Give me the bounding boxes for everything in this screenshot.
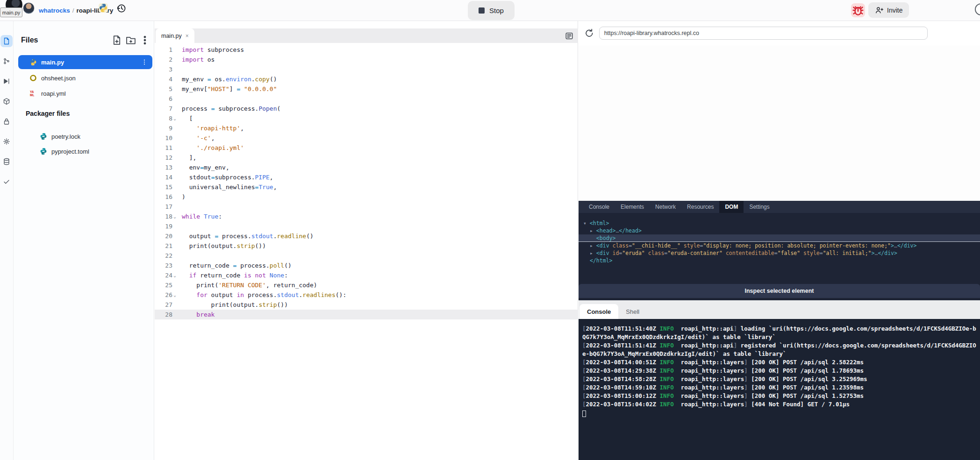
code-line-18[interactable]: 18⌄while True: (155, 212, 578, 221)
line-number: 16 (155, 192, 172, 202)
code-line-25[interactable]: 25 print('RETURN CODE', return_code) (155, 280, 578, 290)
code-line-21[interactable]: 21 print(output.strip()) (155, 241, 578, 251)
code-line-26[interactable]: 26⌄ for output in process.stdout.readlin… (155, 290, 578, 300)
dom-node-row[interactable]: ▸ <div id="eruda" class="eruda-container… (579, 249, 980, 257)
url-input[interactable] (599, 27, 928, 40)
code-line-2[interactable]: 2import os (155, 55, 578, 64)
new-file-icon[interactable] (112, 35, 122, 45)
line-number: 1 (155, 45, 172, 55)
stop-button[interactable]: Stop (468, 1, 515, 20)
rail-packages-icon[interactable] (0, 95, 13, 107)
rail-checklist-icon[interactable] (0, 176, 13, 188)
code-text: [ (182, 113, 193, 123)
presence-avatar[interactable] (975, 3, 980, 15)
code-line-14[interactable]: 14 stdout=subprocess.PIPE, (155, 172, 578, 182)
devtools-tab-console[interactable]: Console (583, 201, 615, 213)
file-row-ohsheet.json[interactable]: ohsheet.json (18, 71, 152, 85)
devtools-tab-elements[interactable]: Elements (615, 201, 650, 213)
fold-arrow-icon[interactable]: ⌄ (173, 270, 179, 280)
code-line-23[interactable]: 23 return_code = process.poll() (155, 261, 578, 270)
tab-main-py[interactable]: main.py × (156, 28, 194, 43)
code-line-11[interactable]: 11 './roapi.yml' (155, 143, 578, 153)
user-avatar[interactable] (23, 2, 35, 14)
line-number: 8 (155, 113, 172, 123)
console-log-line: [2022-03-08T11:51:41Z INFO roapi_http::a… (582, 341, 976, 358)
devtools-tab-dom[interactable]: DOM (719, 201, 744, 213)
line-number: 22 (155, 251, 172, 261)
rail-files-icon[interactable] (0, 35, 13, 47)
code-line-6[interactable]: 6 (155, 94, 578, 104)
devtools-icon[interactable] (945, 28, 955, 38)
code-line-16[interactable]: 16) (155, 192, 578, 202)
line-number: 23 (155, 261, 172, 270)
code-text: while True: (182, 212, 222, 221)
code-text: my_env = os.environ.copy() (182, 74, 277, 84)
fold-arrow-icon[interactable]: ⌄ (173, 212, 179, 221)
code-area[interactable]: 1import subprocess2import os34my_env = o… (155, 45, 578, 319)
fold-arrow-icon[interactable]: ⌄ (173, 113, 179, 123)
rail-version-control-icon[interactable] (0, 55, 13, 67)
code-line-24[interactable]: 24⌄ if return_code is not None: (155, 270, 578, 280)
rail-database-icon[interactable] (0, 156, 13, 168)
code-line-10[interactable]: 10 '-c', (155, 133, 578, 143)
fold-arrow-icon[interactable]: ⌄ (173, 290, 179, 300)
browser-viewport[interactable] (579, 45, 980, 201)
file-tooltip: main.py (0, 7, 22, 17)
code-line-5[interactable]: 5my_env["HOST"] = "0.0.0.0" (155, 84, 578, 94)
console-log-line: [2022-03-08T15:04:02Z INFO roapi_http::l… (582, 400, 976, 409)
console-panel-tab-shell[interactable]: Shell (618, 304, 647, 319)
refresh-icon[interactable] (584, 28, 594, 38)
file-row-pyproject.toml[interactable]: pyproject.toml (18, 144, 152, 158)
dom-tree[interactable]: ▾ <html>▸ <head>…</head> <body>▸ <div cl… (579, 213, 980, 264)
code-line-28[interactable]: 28 break (155, 310, 578, 319)
dom-node-row[interactable]: ▸ <div class="__chii-hide__" style="disp… (579, 242, 980, 249)
line-number: 3 (155, 64, 172, 74)
code-text: universal_newlines=True, (182, 182, 277, 192)
files-menu-kebab-icon[interactable] (140, 35, 150, 45)
code-line-17[interactable]: 17 (155, 202, 578, 212)
code-line-22[interactable]: 22 (155, 251, 578, 261)
invite-button[interactable]: Invite (868, 2, 909, 18)
dom-node-row[interactable]: ▸ <head>…</head> (579, 227, 980, 234)
rail-run-config-icon[interactable] (0, 75, 13, 87)
rail-settings-gear-icon[interactable] (0, 135, 13, 148)
editor-layout-icon[interactable] (565, 32, 573, 40)
code-line-19[interactable]: 19 (155, 221, 578, 231)
code-line-1[interactable]: 1import subprocess (155, 45, 578, 55)
file-kebab-icon[interactable] (141, 59, 148, 65)
code-line-13[interactable]: 13 env=my_env, (155, 163, 578, 172)
code-text: './roapi.yml' (182, 143, 244, 153)
dom-node-row[interactable]: </html> (579, 257, 980, 264)
close-webview-icon[interactable] (971, 28, 980, 38)
code-line-3[interactable]: 3 (155, 64, 578, 74)
inspect-selected-element-button[interactable]: Inspect selected element (579, 284, 980, 298)
code-line-27[interactable]: 27 print(output.strip()) (155, 300, 578, 310)
code-line-12[interactable]: 12 ], (155, 153, 578, 163)
dom-node-row[interactable]: ▾ <html> (579, 219, 980, 227)
console-panel-tab-console[interactable]: Console (579, 304, 618, 319)
line-number: 11 (155, 143, 172, 153)
edit-pencil-icon[interactable] (932, 28, 941, 38)
new-folder-icon[interactable] (126, 35, 136, 45)
file-row-main.py[interactable]: main.py (18, 55, 152, 69)
breadcrumb-username[interactable]: whatrocks (39, 7, 70, 14)
devtools-tab-resources[interactable]: Resources (681, 201, 719, 213)
code-line-4[interactable]: 4my_env = os.environ.copy() (155, 74, 578, 84)
code-line-9[interactable]: 9 'roapi-http', (155, 123, 578, 133)
code-line-8[interactable]: 8⌄ [ (155, 113, 578, 123)
file-row-poetry.lock[interactable]: poetry.lock (18, 129, 152, 143)
rail-secrets-lock-icon[interactable] (0, 115, 13, 127)
devtools-tab-network[interactable]: Network (650, 201, 681, 213)
report-bug-button[interactable] (851, 3, 865, 17)
console-output[interactable]: [2022-03-08T11:51:40Z INFO roapi_http::a… (579, 319, 980, 460)
dom-node-row[interactable]: <body> (579, 234, 980, 242)
code-line-20[interactable]: 20 output = process.stdout.readline() (155, 231, 578, 241)
file-row-roapi.yml[interactable]: YAMLroapi.yml (18, 86, 152, 100)
history-icon[interactable] (116, 3, 127, 14)
tab-close-icon[interactable]: × (186, 33, 189, 39)
code-line-7[interactable]: 7process = subprocess.Popen( (155, 104, 578, 113)
devtools-tab-settings[interactable]: Settings (744, 201, 775, 213)
open-external-icon[interactable] (959, 28, 968, 38)
code-line-15[interactable]: 15 universal_newlines=True, (155, 182, 578, 192)
breadcrumb-separator: / (72, 7, 74, 14)
